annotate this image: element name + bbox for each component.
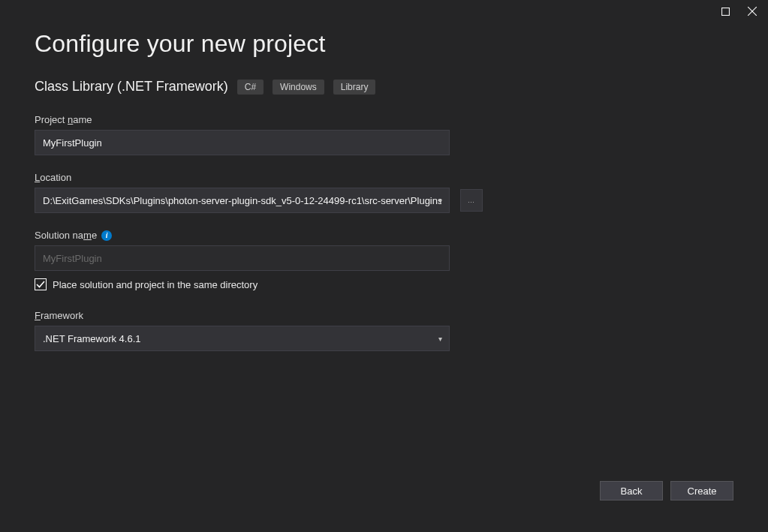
create-button[interactable]: Create xyxy=(670,481,733,500)
project-type-label: Class Library (.NET Framework) xyxy=(35,79,228,95)
close-button[interactable] xyxy=(747,6,757,17)
project-name-input[interactable] xyxy=(35,130,450,155)
tag-category: Library xyxy=(333,80,376,95)
location-input[interactable] xyxy=(35,188,450,213)
info-icon[interactable]: i xyxy=(101,230,112,241)
same-directory-label: Place solution and project in the same d… xyxy=(53,279,258,290)
project-name-label: Project name xyxy=(35,114,733,125)
back-button[interactable]: Back xyxy=(600,481,663,500)
browse-button[interactable]: ... xyxy=(460,189,483,212)
solution-name-label: Solution name xyxy=(35,230,97,241)
solution-name-input xyxy=(35,245,450,271)
location-label: Location xyxy=(35,172,733,183)
tag-platform: Windows xyxy=(273,80,324,95)
page-title: Configure your new project xyxy=(35,30,733,58)
svg-rect-0 xyxy=(721,8,729,15)
same-directory-checkbox[interactable] xyxy=(35,278,47,290)
framework-select[interactable] xyxy=(35,326,450,351)
tag-language: C# xyxy=(237,80,264,95)
framework-label: Framework xyxy=(35,310,733,321)
maximize-button[interactable] xyxy=(720,6,730,17)
